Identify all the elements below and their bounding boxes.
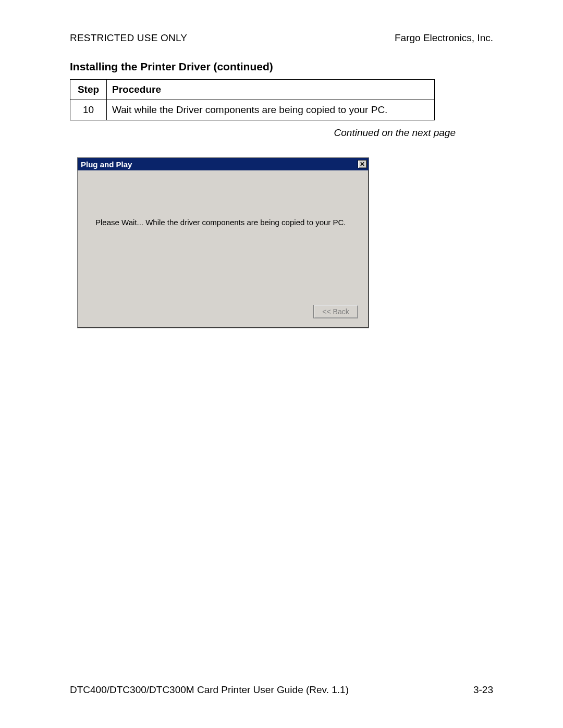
plug-and-play-dialog: Plug and Play ✕ Please Wait... While the… [77,157,369,328]
dialog-message: Please Wait... While the driver componen… [95,217,348,228]
dialog-title: Plug and Play [81,160,358,169]
procedure-table: Step Procedure 10 Wait while the Driver … [70,79,435,120]
col-header-step: Step [70,80,107,100]
footer-guide: DTC400/DTC300/DTC300M Card Printer User … [70,684,349,696]
cell-procedure: Wait while the Driver components are bei… [107,100,435,120]
footer-page: 3-23 [473,684,493,696]
col-header-procedure: Procedure [107,80,435,100]
header-company: Fargo Electronics, Inc. [395,32,493,44]
document-page: RESTRICTED USE ONLY Fargo Electronics, I… [0,0,563,728]
continuation-note: Continued on the next page [334,127,456,139]
back-button[interactable]: << Back [313,305,358,318]
cell-step: 10 [70,100,107,120]
close-icon[interactable]: ✕ [358,160,367,168]
dialog-titlebar: Plug and Play ✕ [78,158,369,170]
table-header-row: Step Procedure [70,80,435,100]
header-restricted: RESTRICTED USE ONLY [70,32,187,44]
table-row: 10 Wait while the Driver components are … [70,100,435,120]
dialog-body: Please Wait... While the driver componen… [78,170,369,328]
section-title: Installing the Printer Driver (continued… [70,60,273,73]
